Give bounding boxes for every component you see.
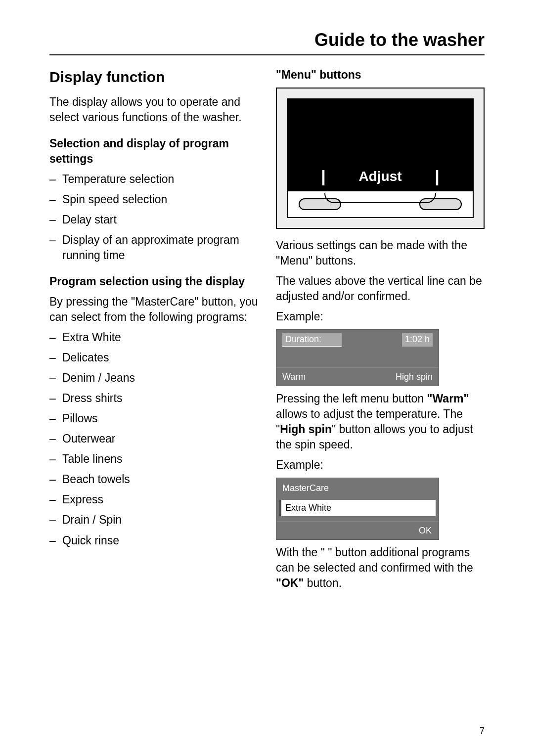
programs-list: Extra White Delicates Denim / Jeans Dres… <box>49 330 258 548</box>
list-item: Delay start <box>49 212 258 227</box>
list-item: Express <box>49 492 258 507</box>
list-item: Quick rinse <box>49 533 258 548</box>
duration-value: 1:02 h <box>402 333 433 346</box>
separator-icon: | <box>435 165 440 188</box>
warm-button-label: Warm <box>282 371 306 383</box>
example-display-1: Duration: 1:02 h Warm High spin <box>276 329 439 386</box>
list-item: Drain / Spin <box>49 512 258 528</box>
separator-icon: | <box>321 165 326 188</box>
diagram-button-row <box>287 191 474 218</box>
left-column: Display function The display allows you … <box>49 67 258 596</box>
high-spin-button-label: High spin <box>396 371 433 383</box>
mastercare-title: MasterCare <box>276 478 439 498</box>
right-column: "Menu" buttons | Adjust | Various settin… <box>276 67 485 596</box>
display-top-row: Duration: 1:02 h <box>276 330 439 349</box>
adjust-label: Adjust <box>358 167 401 186</box>
selected-program: Extra White <box>279 500 436 516</box>
high-spin-bold: High spin <box>280 423 332 436</box>
ok-bold: "OK" <box>276 577 304 589</box>
list-item: Denim / Jeans <box>49 370 258 386</box>
menu-buttons-diagram: | Adjust | <box>276 88 485 229</box>
title-rule <box>49 54 485 55</box>
menu-para-1: Various settings can be made with the "M… <box>276 238 485 268</box>
subheading-settings: Selection and display of program setting… <box>49 136 258 167</box>
menu-para-4: With the " " button additional programs … <box>276 545 485 591</box>
ok-button-label: OK <box>276 521 439 539</box>
subheading-program-selection: Program selection using the display <box>49 274 258 289</box>
diagram-curve-icon <box>324 193 436 203</box>
intro-paragraph: The display allows you to operate and se… <box>49 94 258 125</box>
heading-display-function: Display function <box>49 67 258 88</box>
list-item: Spin speed selection <box>49 192 258 207</box>
list-item: Delicates <box>49 350 258 365</box>
list-item: Display of an approximate program runnin… <box>49 232 258 263</box>
menu-para-2: The values above the vertical line can b… <box>276 273 485 304</box>
list-item: Table linens <box>49 451 258 467</box>
list-item: Outerwear <box>49 431 258 446</box>
page-title: Guide to the washer <box>49 30 485 50</box>
example-display-2: MasterCare Extra White OK <box>276 478 439 540</box>
diagram-label-row: | Adjust | <box>287 163 474 191</box>
diagram-screen <box>287 98 474 163</box>
example-label: Example: <box>276 309 485 324</box>
warm-bold: "Warm" <box>427 392 469 405</box>
list-item: Temperature selection <box>49 172 258 187</box>
page-number: 7 <box>480 726 485 736</box>
list-item: Dress shirts <box>49 391 258 406</box>
display-bottom-row: Warm High spin <box>276 367 439 386</box>
list-item: Pillows <box>49 411 258 426</box>
list-item: Beach towels <box>49 472 258 487</box>
example-label-2: Example: <box>276 457 485 473</box>
duration-label: Duration: <box>282 333 342 346</box>
program-intro-paragraph: By pressing the "MasterCare" button, you… <box>49 294 258 325</box>
heading-menu-buttons: "Menu" buttons <box>276 67 485 83</box>
settings-list: Temperature selection Spin speed selecti… <box>49 172 258 263</box>
list-item: Extra White <box>49 330 258 345</box>
display-mid-area <box>276 350 439 367</box>
menu-para-3: Pressing the left menu button "Warm" all… <box>276 391 485 452</box>
